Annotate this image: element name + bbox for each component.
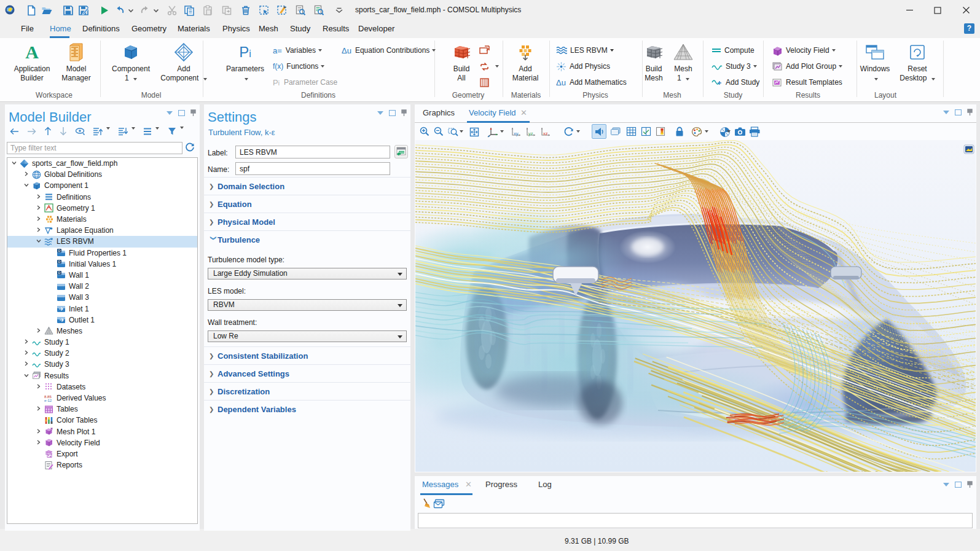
svg-text:xz: xz	[543, 131, 548, 136]
svg-text:xy: xy	[514, 131, 519, 136]
svg-text:yz: yz	[528, 131, 533, 136]
svg-text:e-12: e-12	[44, 398, 52, 402]
svg-text:D: D	[58, 272, 61, 275]
svg-text:D: D	[58, 249, 61, 252]
svg-text:D: D	[58, 260, 61, 264]
